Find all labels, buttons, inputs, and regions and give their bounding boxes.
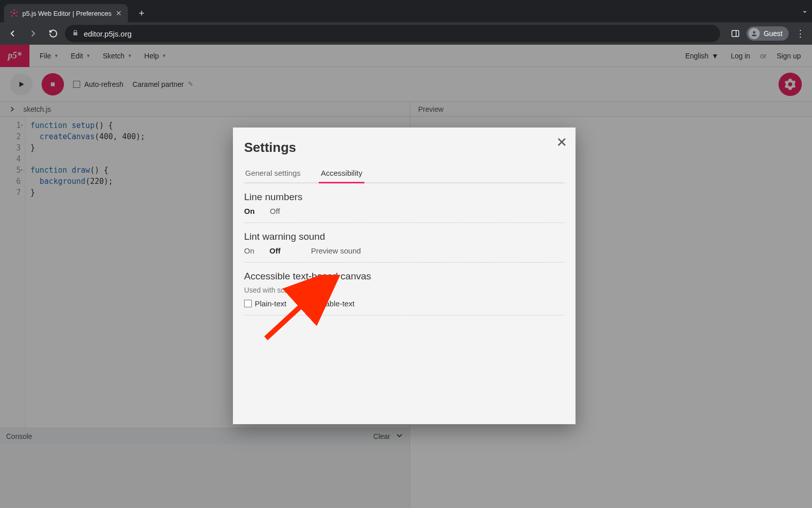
settings-button[interactable]	[779, 73, 802, 96]
chevron-down-icon[interactable]	[395, 431, 403, 441]
checkbox-label: Plain-text	[255, 299, 287, 308]
menu-help[interactable]: Help▼	[139, 45, 172, 67]
p5-favicon	[10, 9, 18, 17]
chevron-down-icon: ▼	[54, 53, 59, 58]
app-menubar: p5* File▼ Edit▼ Sketch▼ Help▼ English▼ L…	[0, 45, 812, 67]
chevron-down-icon: ▼	[127, 53, 132, 58]
avatar-icon	[749, 28, 760, 39]
section-lint-sound: Lint warning sound On Off Preview sound	[244, 223, 564, 263]
lint-on[interactable]: On	[244, 246, 254, 255]
section-line-numbers: Line numbers On Off	[244, 183, 564, 223]
browser-tab[interactable]: p5.js Web Editor | Preferences ✕	[4, 4, 128, 22]
line-numbers-off[interactable]: Off	[270, 207, 280, 215]
stop-button[interactable]	[42, 73, 64, 96]
browser-menu-icon[interactable]: ⋮	[793, 28, 808, 39]
tab-accessibility[interactable]: Accessibility	[320, 165, 363, 182]
close-modal-icon[interactable]: ✕	[556, 135, 567, 150]
section-title: Lint warning sound	[244, 231, 564, 242]
line-numbers-on[interactable]: On	[244, 207, 255, 215]
section-title: Accessible text-based canvas	[244, 271, 564, 282]
svg-point-1	[14, 10, 15, 11]
chevron-down-icon: ▼	[86, 53, 91, 58]
lint-preview-sound[interactable]: Preview sound	[311, 246, 361, 255]
svg-point-4	[12, 15, 13, 17]
console-body	[0, 444, 410, 508]
tabs-dropdown-icon[interactable]: ⌄	[802, 6, 808, 14]
back-button[interactable]	[4, 25, 21, 42]
menu-edit[interactable]: Edit▼	[65, 45, 95, 67]
sketch-name-label: Caramel partner	[132, 80, 184, 88]
settings-tabs: General settings Accessibility	[244, 165, 564, 183]
close-tab-icon[interactable]: ✕	[116, 9, 122, 17]
menu-sketch[interactable]: Sketch▼	[98, 45, 138, 67]
modal-title: Settings	[244, 140, 564, 155]
gutter: ▾ 1234 ▾ 567	[0, 117, 25, 428]
profile-label: Guest	[764, 29, 783, 38]
clear-console-button[interactable]: Clear	[374, 432, 390, 440]
section-hint: Used with screen reader	[244, 286, 564, 294]
language-selector[interactable]: English▼	[680, 52, 724, 60]
table-text-checkbox[interactable]: Table-text	[311, 299, 355, 308]
section-accessible-canvas: Accessible text-based canvas Used with s…	[244, 263, 564, 315]
chevron-down-icon: ▼	[712, 52, 719, 60]
svg-rect-6	[732, 30, 739, 37]
new-tab-button[interactable]: ＋	[133, 4, 150, 21]
svg-point-5	[16, 15, 17, 17]
or-label: or	[760, 52, 766, 60]
tab-general-settings[interactable]: General settings	[244, 165, 301, 182]
filename-label[interactable]: sketch.js	[23, 105, 51, 113]
settings-modal: Settings ✕ General settings Accessibilit…	[233, 128, 576, 424]
sketch-name[interactable]: Caramel partner ✎	[132, 80, 193, 88]
auto-refresh-label: Auto-refresh	[84, 80, 123, 88]
svg-point-0	[13, 12, 15, 14]
login-link[interactable]: Log in	[726, 45, 755, 67]
lock-icon	[72, 29, 79, 38]
pencil-icon: ✎	[188, 80, 193, 88]
menu-file[interactable]: File▼	[35, 45, 63, 67]
forward-button[interactable]	[24, 25, 42, 42]
address-url: editor.p5js.org	[84, 29, 131, 38]
console-label: Console	[6, 432, 32, 440]
section-title: Line numbers	[244, 192, 564, 203]
svg-point-8	[753, 31, 755, 34]
reload-button[interactable]	[45, 25, 62, 42]
profile-chip[interactable]: Guest	[747, 26, 789, 41]
chevron-down-icon: ▼	[162, 53, 166, 58]
expand-sidebar-icon[interactable]	[6, 103, 18, 115]
checkbox-icon	[73, 81, 80, 88]
p5-logo[interactable]: p5*	[0, 45, 29, 67]
browser-tab-title: p5.js Web Editor | Preferences	[22, 10, 112, 17]
control-bar: Auto-refresh Caramel partner ✎	[0, 67, 812, 102]
lint-off[interactable]: Off	[269, 246, 281, 255]
svg-point-2	[11, 11, 12, 13]
signup-link[interactable]: Sign up	[772, 45, 806, 67]
checkbox-label: Table-text	[322, 299, 355, 308]
preview-label: Preview	[418, 105, 444, 113]
checkbox-icon	[244, 300, 252, 307]
address-bar[interactable]: editor.p5js.org	[65, 25, 720, 42]
svg-point-3	[16, 11, 18, 13]
auto-refresh-toggle[interactable]: Auto-refresh	[73, 80, 123, 88]
panel-icon[interactable]	[728, 26, 742, 41]
svg-rect-9	[51, 82, 55, 86]
plain-text-checkbox[interactable]: Plain-text	[244, 299, 287, 308]
play-button[interactable]	[10, 73, 32, 96]
checkbox-checked-icon	[311, 300, 319, 307]
